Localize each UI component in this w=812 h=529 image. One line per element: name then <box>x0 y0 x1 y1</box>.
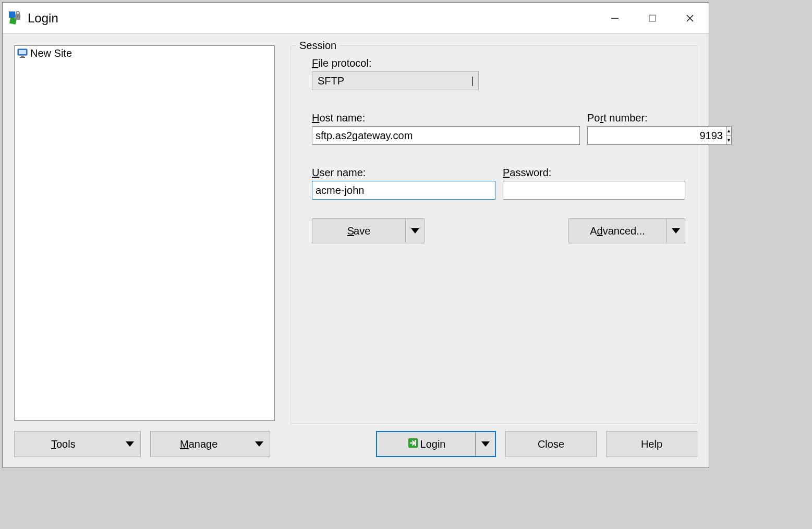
file-protocol-select[interactable]: SFTP <box>312 71 479 90</box>
svg-rect-11 <box>20 57 25 58</box>
login-window: Login <box>2 2 709 468</box>
password-label: Password: <box>503 167 685 179</box>
advanced-button-dropdown[interactable] <box>666 219 685 243</box>
advanced-button[interactable]: Advanced... <box>568 218 685 243</box>
save-button[interactable]: Save <box>312 218 425 243</box>
svg-rect-0 <box>9 11 15 18</box>
user-name-input[interactable] <box>312 181 495 200</box>
window-controls <box>596 3 709 33</box>
bottom-button-bar: Tools Manage Tools Manage <box>14 431 697 460</box>
save-button-dropdown[interactable] <box>405 219 424 243</box>
chevron-down-icon <box>472 77 473 85</box>
caret-down-icon <box>672 228 680 233</box>
port-number-label: Port number: <box>587 112 685 124</box>
site-item-label: New Site <box>30 47 72 59</box>
svg-rect-10 <box>21 56 24 57</box>
upper-panel: New Site Session FFile protocol:ile prot… <box>14 45 697 424</box>
port-number-spinner[interactable]: ▲ ▼ <box>587 126 685 145</box>
manage-button[interactable]: Manage <box>150 431 270 457</box>
caret-down-icon <box>126 441 134 447</box>
minimize-button[interactable] <box>596 3 634 33</box>
app-icon <box>8 10 23 26</box>
login-button-dropdown[interactable] <box>475 432 495 456</box>
svg-rect-9 <box>19 50 26 54</box>
help-button[interactable]: Help <box>606 431 697 457</box>
caret-down-icon <box>255 441 263 447</box>
login-icon <box>407 437 419 452</box>
site-item-new-site[interactable]: New Site <box>15 46 274 60</box>
window-title: Login <box>28 11 596 26</box>
login-button[interactable]: Login <box>376 431 496 457</box>
file-protocol-value: SFTP <box>318 75 344 87</box>
port-spin-down[interactable]: ▼ <box>726 136 731 145</box>
site-list[interactable]: New Site <box>14 45 275 421</box>
monitor-icon <box>17 47 28 59</box>
svg-rect-5 <box>649 15 656 21</box>
port-spin-up[interactable]: ▲ <box>726 127 731 136</box>
login-button-label: Login <box>420 438 446 450</box>
titlebar: Login <box>3 3 709 34</box>
session-legend: Session <box>296 40 340 52</box>
tools-button[interactable]: Tools <box>14 431 141 457</box>
close-window-button[interactable] <box>671 3 709 33</box>
user-name-label: User name: <box>312 167 495 179</box>
close-button-label: Close <box>538 438 564 450</box>
client-area: New Site Session FFile protocol:ile prot… <box>3 34 709 468</box>
host-name-label: Host name: <box>312 112 580 124</box>
port-number-input[interactable] <box>587 126 726 145</box>
help-button-label: Help <box>641 438 662 450</box>
port-spinner-buttons: ▲ ▼ <box>726 126 732 145</box>
session-groupbox: Session FFile protocol:ile protocol: SFT… <box>290 45 697 424</box>
svg-rect-13 <box>415 440 416 446</box>
caret-down-icon <box>481 441 490 447</box>
caret-down-icon <box>411 228 419 233</box>
maximize-button[interactable] <box>634 3 671 33</box>
close-button[interactable]: Close <box>505 431 597 457</box>
password-input[interactable] <box>503 181 685 200</box>
host-name-input[interactable] <box>312 126 580 145</box>
file-protocol-label: FFile protocol:ile protocol: <box>312 57 685 69</box>
